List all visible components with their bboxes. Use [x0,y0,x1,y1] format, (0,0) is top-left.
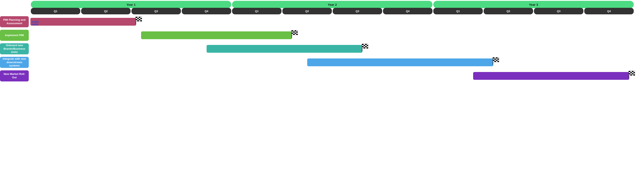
gantt-area-pim-planning: STARTHERE [30,15,644,28]
svg-rect-42 [629,71,630,72]
flag-onboard-brands [361,43,368,51]
svg-rect-49 [633,74,635,76]
quarter-label: Q3 [333,8,382,14]
gantt-row-onboard-brands: Onboard new Brands/Business Units [0,43,644,55]
svg-rect-16 [292,33,293,34]
quarter-label: Q1 [31,8,80,14]
svg-rect-33 [496,57,498,59]
svg-rect-14 [293,32,295,33]
svg-rect-25 [367,45,368,46]
start-here-label: STARTHERE [32,21,39,26]
svg-rect-23 [365,44,367,45]
gantt-bar-implement-pim [141,31,292,39]
svg-rect-48 [630,74,632,76]
svg-rect-35 [498,59,499,60]
svg-rect-26 [362,46,364,47]
svg-rect-6 [136,19,138,20]
gantt-area-implement-pim [30,29,644,41]
svg-rect-15 [296,32,298,33]
svg-rect-36 [493,60,494,61]
row-label-integrate-downstream: Integrate with new downstream systems [0,57,29,68]
quarter-label: Q2 [484,8,533,14]
quarter-label: Q1 [232,8,282,14]
gantt-area-integrate-downstream [30,56,644,68]
flag-pim-planning [135,16,142,24]
svg-rect-12 [292,30,293,32]
gantt-row-new-market: New Market Roll-Out [0,70,644,82]
quarter-row: Q1Q2Q3Q4Q1Q2Q3Q4Q1Q2Q3Q4 [30,8,644,14]
svg-rect-17 [295,33,296,34]
gantt-bar-pim-planning: STARTHERE [30,18,136,26]
svg-rect-44 [630,72,632,73]
svg-rect-19 [296,34,298,35]
quarter-label: Q3 [132,8,181,14]
year-label: Year 2 [232,1,432,8]
svg-rect-29 [367,47,368,49]
svg-rect-7 [139,19,140,20]
svg-rect-28 [364,47,365,49]
gantt-bar-onboard-brands [206,45,363,53]
svg-rect-27 [365,46,367,47]
svg-rect-24 [364,45,365,46]
flag-new-market [628,71,634,78]
svg-rect-3 [139,17,140,18]
year-label: Year 1 [31,1,231,8]
gantt-bar-integrate-downstream [307,58,494,66]
svg-rect-9 [140,20,142,21]
row-label-implement-pim: Implement PIM [0,30,29,41]
svg-rect-2 [136,17,138,18]
svg-rect-13 [295,30,296,32]
svg-rect-39 [498,61,499,62]
quarter-label: Q2 [81,8,130,14]
svg-rect-32 [493,57,494,59]
quarter-label: Q3 [534,8,584,14]
gantt-area-onboard-brands [30,43,644,55]
svg-rect-37 [496,60,498,61]
year-label: Year 3 [433,1,634,8]
svg-rect-46 [629,73,630,74]
row-label-onboard-brands: Onboard new Brands/Business Units [0,43,29,54]
gantt-row-implement-pim: Implement PIM [0,29,644,41]
year-row: Year 1Year 2Year 3 [30,0,644,7]
quarter-label: Q4 [383,8,432,14]
quarter-label: Q4 [584,8,634,14]
svg-rect-47 [632,73,634,74]
svg-rect-22 [362,44,364,45]
flag-integrate-downstream [492,57,498,64]
gantt-row-integrate-downstream: Integrate with new downstream systems [0,56,644,68]
row-label-new-market: New Market Roll-Out [0,70,29,81]
svg-rect-43 [632,71,634,72]
svg-rect-5 [140,18,142,19]
gantt-rows: PIM Planning and AssessmentSTARTHERE Imp… [0,15,644,82]
gantt-bar-new-market [473,72,629,80]
gantt-row-pim-planning: PIM Planning and AssessmentSTARTHERE [0,15,644,28]
gantt-container: Year 1Year 2Year 3 Q1Q2Q3Q4Q1Q2Q3Q4Q1Q2Q… [0,0,644,90]
gantt-area-new-market [30,70,644,82]
svg-rect-45 [633,72,635,73]
quarter-label: Q4 [182,8,231,14]
quarter-label: Q1 [433,8,483,14]
quarter-label: Q2 [282,8,332,14]
svg-rect-4 [137,18,139,19]
svg-rect-18 [293,34,295,35]
svg-rect-34 [494,59,496,60]
svg-rect-8 [137,20,139,21]
flag-implement-pim [291,30,297,37]
svg-rect-38 [494,61,496,62]
row-label-pim-planning: PIM Planning and Assessment [0,16,29,27]
